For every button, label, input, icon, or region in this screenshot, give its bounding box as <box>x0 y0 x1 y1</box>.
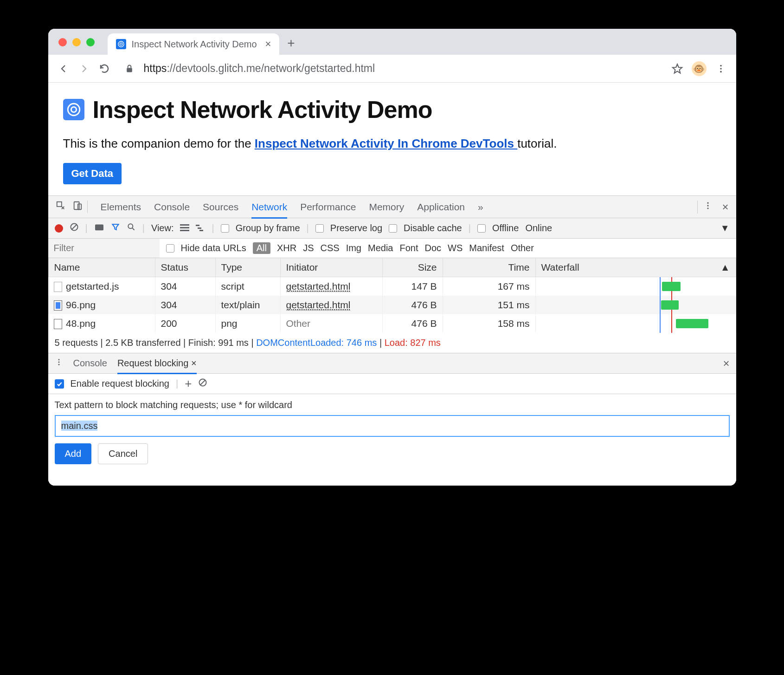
throttling-dropdown-icon[interactable]: ▼ <box>720 223 730 234</box>
table-row[interactable]: 48.png 200 png Other 476 B 158 ms <box>48 314 736 333</box>
filter-type-all[interactable]: All <box>253 242 270 254</box>
page-logo-icon <box>63 99 84 120</box>
devtools-menu-icon[interactable] <box>703 201 713 213</box>
tab-sources[interactable]: Sources <box>203 201 238 213</box>
more-tabs-icon[interactable]: » <box>478 201 483 213</box>
page-heading: Inspect Network Activity Demo <box>93 96 432 123</box>
filter-type-other[interactable]: Other <box>511 243 534 253</box>
star-icon[interactable] <box>671 63 683 75</box>
enable-request-blocking-checkbox[interactable] <box>55 379 64 389</box>
group-by-frame-checkbox[interactable] <box>221 224 229 233</box>
browser-menu-icon[interactable] <box>715 63 727 75</box>
initiator-link[interactable]: getstarted.html <box>286 281 351 292</box>
svg-point-0 <box>118 41 124 47</box>
search-icon[interactable] <box>127 222 136 234</box>
svg-rect-10 <box>77 204 81 209</box>
preserve-log-label: Preserve log <box>330 223 382 234</box>
table-row[interactable]: 96.png 304 text/plain getstarted.html 47… <box>48 296 736 314</box>
disable-cache-checkbox[interactable] <box>389 224 397 233</box>
filter-type-css[interactable]: CSS <box>321 243 340 253</box>
clear-icon[interactable] <box>70 222 79 234</box>
initiator-link[interactable]: getstarted.html <box>286 299 351 311</box>
tab-console[interactable]: Console <box>154 201 190 213</box>
waterfall-icon-toggle[interactable] <box>196 223 205 234</box>
svg-point-16 <box>128 224 133 228</box>
tab-elements[interactable]: Elements <box>101 201 141 213</box>
svg-rect-21 <box>198 227 201 229</box>
col-initiator[interactable]: Initiator <box>280 258 382 277</box>
block-pattern-input[interactable]: main.css <box>55 415 730 437</box>
network-filter-row: Hide data URLs All XHR JS CSS Img Media … <box>48 239 736 258</box>
drawer-menu-icon[interactable] <box>55 358 63 369</box>
tab-memory[interactable]: Memory <box>369 201 404 213</box>
col-type[interactable]: Type <box>215 258 280 277</box>
filter-type-manifest[interactable]: Manifest <box>469 243 504 253</box>
drawer-tab-request-blocking[interactable]: Request blocking × <box>117 358 197 374</box>
window-titlebar: Inspect Network Activity Demo × + <box>48 29 736 55</box>
get-data-button[interactable]: Get Data <box>63 163 122 184</box>
back-icon[interactable] <box>58 63 70 75</box>
minimize-window-icon[interactable] <box>72 38 81 46</box>
lock-icon[interactable] <box>123 63 135 75</box>
svg-rect-22 <box>199 230 203 231</box>
close-drawer-tab-icon[interactable]: × <box>191 358 197 368</box>
url-text[interactable]: https://devtools.glitch.me/network/getst… <box>144 62 663 75</box>
maximize-window-icon[interactable] <box>86 38 95 46</box>
forward-icon[interactable] <box>78 63 90 75</box>
filter-type-font[interactable]: Font <box>399 243 418 253</box>
close-tab-icon[interactable]: × <box>265 38 271 50</box>
hide-data-urls-checkbox[interactable] <box>166 244 174 253</box>
initiator-text: Other <box>286 318 311 329</box>
device-toggle-icon[interactable] <box>72 201 83 213</box>
filter-type-media[interactable]: Media <box>368 243 393 253</box>
offline-checkbox[interactable] <box>477 224 486 233</box>
favicon-icon <box>116 39 126 49</box>
svg-rect-20 <box>196 225 199 226</box>
capture-screenshots-icon[interactable] <box>94 223 104 234</box>
drawer-tab-bar: Console Request blocking × × <box>48 353 736 374</box>
drawer-tab-console[interactable]: Console <box>73 358 107 369</box>
svg-rect-18 <box>180 227 189 228</box>
col-status[interactable]: Status <box>155 258 215 277</box>
filter-icon[interactable] <box>111 222 120 234</box>
col-size[interactable]: Size <box>382 258 443 277</box>
online-label[interactable]: Online <box>525 223 552 234</box>
filter-type-js[interactable]: JS <box>303 243 314 253</box>
filter-type-doc[interactable]: Doc <box>424 243 441 253</box>
group-by-frame-label: Group by frame <box>236 223 300 234</box>
tutorial-link[interactable]: Inspect Network Activity In Chrome DevTo… <box>255 136 517 150</box>
close-devtools-icon[interactable]: × <box>722 201 728 214</box>
tab-application[interactable]: Application <box>417 201 465 213</box>
filter-type-ws[interactable]: WS <box>448 243 463 253</box>
filter-input[interactable] <box>48 239 160 258</box>
reload-icon[interactable] <box>98 63 110 75</box>
profile-avatar-icon[interactable]: 🐵 <box>692 61 707 76</box>
svg-rect-15 <box>95 225 103 231</box>
col-time[interactable]: Time <box>443 258 535 277</box>
svg-point-4 <box>720 68 722 70</box>
preserve-log-checkbox[interactable] <box>315 224 324 233</box>
offline-label: Offline <box>492 223 519 234</box>
cancel-button[interactable]: Cancel <box>98 443 148 464</box>
filter-type-xhr[interactable]: XHR <box>277 243 296 253</box>
browser-tab[interactable]: Inspect Network Activity Demo × <box>108 33 280 55</box>
add-button[interactable]: Add <box>55 443 92 464</box>
new-tab-button[interactable]: + <box>284 36 298 50</box>
col-name[interactable]: Name <box>48 258 155 277</box>
svg-point-25 <box>58 364 59 365</box>
col-waterfall[interactable]: Waterfall▲ <box>535 258 736 277</box>
image-file-icon <box>54 300 62 311</box>
remove-all-icon[interactable] <box>198 378 207 389</box>
filter-type-img[interactable]: Img <box>346 243 361 253</box>
inspect-element-icon[interactable] <box>56 201 66 213</box>
close-window-icon[interactable] <box>58 38 67 46</box>
table-row[interactable]: getstarted.js 304 script getstarted.html… <box>48 277 736 296</box>
add-pattern-icon[interactable]: + <box>185 376 192 391</box>
close-drawer-icon[interactable]: × <box>723 357 729 370</box>
tab-network[interactable]: Network <box>251 201 287 219</box>
url-bar: https://devtools.glitch.me/network/getst… <box>48 55 736 83</box>
request-blocking-toolbar: Enable request blocking | + <box>48 374 736 394</box>
large-rows-icon[interactable] <box>180 223 189 234</box>
record-icon[interactable] <box>55 224 63 233</box>
tab-performance[interactable]: Performance <box>300 201 356 213</box>
